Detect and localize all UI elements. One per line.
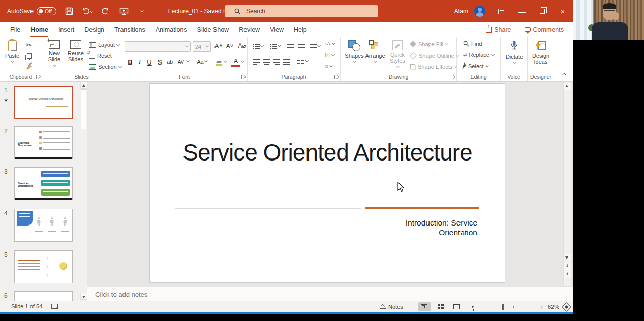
slide-thumbnail-1[interactable]: Service Oriented Architecture [14, 86, 73, 119]
tab-help[interactable]: Help [289, 24, 312, 36]
notes-pane[interactable]: Click to add notes [87, 287, 573, 301]
convert-smartart-button[interactable]: ⧉ [325, 63, 332, 69]
clear-formatting-icon[interactable]: A⌀ [237, 41, 247, 50]
new-slide-button[interactable]: + New Slide [44, 40, 65, 67]
align-text-button[interactable]: [↕] [325, 52, 334, 57]
slide-subtitle-textbox[interactable]: Introduction: Service Orientation [396, 218, 477, 237]
reading-view-button[interactable] [451, 302, 463, 311]
quick-styles-button[interactable]: Quick Styles [387, 40, 408, 68]
tab-review[interactable]: Review [234, 24, 265, 36]
next-slide-icon[interactable]: ⇟ [564, 271, 571, 278]
columns-icon[interactable] [296, 58, 305, 67]
underline-button[interactable]: U [145, 57, 154, 67]
user-avatar[interactable] [474, 6, 485, 17]
tab-design[interactable]: Design [79, 24, 109, 36]
paste-button[interactable]: Paste [3, 40, 21, 63]
tab-view[interactable]: View [265, 24, 289, 36]
select-button[interactable]: Select [463, 63, 488, 69]
redo-icon[interactable] [100, 6, 111, 17]
strikethrough-button[interactable]: ab [165, 57, 174, 67]
close-button[interactable]: × [553, 0, 573, 22]
line-spacing-icon[interactable] [309, 42, 318, 51]
justify-icon[interactable] [282, 57, 291, 67]
shape-fill-button[interactable]: Shape Fill [410, 41, 448, 47]
align-center-icon[interactable] [262, 57, 271, 67]
scroll-down-icon[interactable] [564, 254, 571, 261]
scroll-up-icon[interactable] [80, 82, 87, 89]
highlight-dropdown-icon[interactable] [224, 59, 227, 63]
font-size-combobox[interactable]: 24 [193, 41, 211, 52]
paragraph-dialog-launcher-icon[interactable] [334, 75, 339, 79]
tab-slide-show[interactable]: Slide Show [192, 24, 234, 36]
font-color-dropdown-icon[interactable] [241, 59, 244, 63]
slide-thumbnail-2[interactable]: Learning Outcomes [14, 126, 73, 159]
slide-title-textbox[interactable]: Service Oriented Architecture [150, 139, 505, 166]
bullets-icon[interactable] [252, 42, 261, 51]
italic-button[interactable]: I [135, 57, 144, 67]
bold-button[interactable]: B [126, 57, 135, 67]
font-name-combobox[interactable] [125, 41, 191, 52]
character-spacing-button[interactable]: AV [176, 57, 186, 67]
save-icon[interactable] [64, 6, 75, 17]
zoom-in-icon[interactable]: + [540, 303, 544, 311]
line-spacing-dropdown-icon[interactable] [317, 44, 321, 47]
zoom-slider-thumb[interactable] [502, 304, 504, 310]
slideshow-view-button[interactable] [467, 302, 479, 311]
shape-outline-button[interactable]: Shape Outline [410, 52, 459, 59]
scroll-up-icon[interactable] [564, 83, 571, 90]
qat-customize-icon[interactable] [137, 6, 148, 17]
shape-effects-button[interactable]: Shape Effects [410, 63, 457, 70]
share-button[interactable]: Share [486, 26, 511, 34]
reset-button[interactable]: Reset [89, 53, 112, 59]
slide-canvas[interactable]: Service Oriented Architecture Introducti… [150, 84, 505, 282]
slide-thumbnail-3[interactable]: Service- Orientation [14, 167, 73, 200]
zoom-out-icon[interactable]: − [483, 303, 487, 311]
shapes-button[interactable]: Shapes [345, 40, 364, 63]
drawing-dialog-launcher-icon[interactable] [451, 75, 455, 79]
user-name[interactable]: Alam [454, 8, 468, 15]
accessibility-status-icon[interactable] [51, 304, 58, 309]
bullets-dropdown-icon[interactable] [260, 44, 264, 47]
minimize-button[interactable]: — [512, 0, 532, 22]
highlight-color-icon[interactable] [214, 58, 223, 68]
zoom-slider[interactable] [491, 307, 536, 307]
slide-thumbnail-4[interactable] [14, 209, 73, 242]
align-left-icon[interactable] [252, 57, 261, 67]
tab-transitions[interactable]: Transitions [109, 24, 150, 36]
normal-view-button[interactable] [418, 302, 431, 311]
text-direction-button[interactable]: ↕A [325, 41, 335, 46]
scroll-down-icon[interactable] [80, 293, 87, 300]
design-ideas-button[interactable]: Design Ideas [530, 40, 552, 65]
numbering-icon[interactable] [269, 42, 278, 51]
previous-slide-icon[interactable]: ⇞ [564, 263, 571, 270]
fit-to-window-icon[interactable] [562, 302, 571, 311]
maximize-restore-button[interactable] [532, 0, 553, 22]
undo-dropdown-icon[interactable] [90, 10, 93, 13]
tab-home[interactable]: Home [25, 24, 53, 36]
format-painter-icon[interactable] [24, 62, 34, 72]
tab-animations[interactable]: Animations [150, 24, 192, 36]
replace-button[interactable]: ⇄ Replace [463, 52, 494, 58]
decrease-indent-icon[interactable] [286, 42, 295, 51]
comments-button[interactable]: Comments [525, 26, 564, 34]
text-shadow-button[interactable]: S [155, 57, 164, 67]
font-color-button[interactable]: A [231, 57, 240, 67]
start-slideshow-icon[interactable] [118, 6, 130, 17]
slide-sorter-view-button[interactable] [435, 302, 447, 311]
slide-thumbnail-5[interactable]: ↑↑↑ [14, 250, 73, 283]
tab-file[interactable]: File [5, 24, 25, 36]
notes-toggle-button[interactable]: Notes [380, 304, 403, 310]
cut-icon[interactable]: ✂ [24, 40, 34, 49]
ribbon-display-options-icon[interactable] [492, 0, 512, 22]
zoom-level[interactable]: 62% [548, 304, 559, 310]
search-box[interactable] [225, 5, 378, 17]
search-input[interactable] [246, 8, 358, 15]
find-button[interactable]: Find [463, 41, 482, 47]
align-right-icon[interactable] [272, 57, 281, 67]
clipboard-dialog-launcher-icon[interactable] [36, 75, 40, 79]
change-case-button[interactable]: Aa [196, 57, 205, 67]
collapse-ribbon-icon[interactable] [560, 72, 569, 79]
autosave-toggle[interactable]: Off [37, 7, 56, 15]
thumbnail-scrollbar[interactable] [80, 82, 87, 301]
slide-thumbnail-6[interactable] [14, 291, 73, 301]
